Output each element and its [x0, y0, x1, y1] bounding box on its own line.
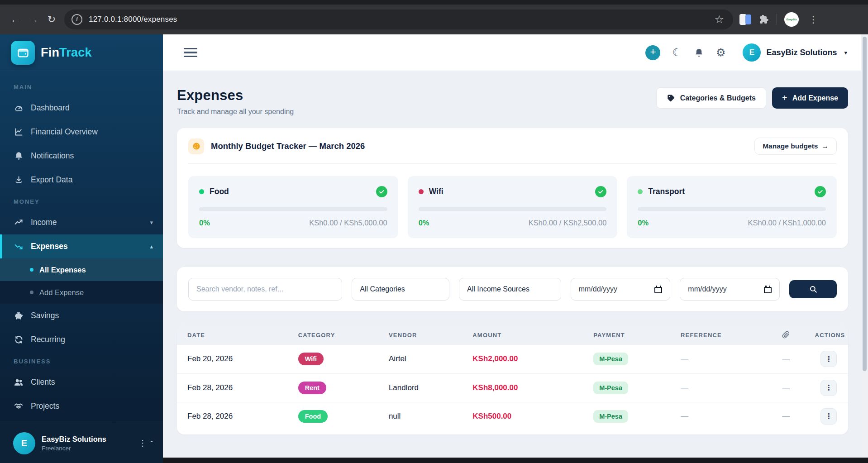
window-bottom-edge	[163, 458, 868, 463]
sidebar-item-label: Financial Overview	[31, 127, 98, 137]
categories-budgets-button[interactable]: Categories & Budgets	[656, 87, 766, 109]
budget-amounts: KSh0.00 / KSh2,500.00	[529, 219, 606, 227]
sidebar-item-projects[interactable]: Projects	[0, 394, 163, 418]
expense-row[interactable]: Feb 20, 2026 Wifi Airtel KSh2,000.00 M-P…	[177, 345, 848, 373]
sidebar-item-clients[interactable]: Clients	[0, 370, 163, 394]
sidebar-item-export-data[interactable]: Export Data	[0, 168, 163, 192]
side-panel-icon[interactable]	[739, 14, 751, 25]
expense-row[interactable]: Feb 28, 2026 Rent Landlord KSh8,000.00 M…	[177, 373, 848, 402]
sidebar-item-financial-overview[interactable]: Financial Overview	[0, 120, 163, 144]
sidebar: FinTrack MAIN Dashboard Financial Overvi…	[0, 34, 163, 463]
chart-line-icon	[14, 127, 24, 137]
account-menu[interactable]: E EasyBiz Solutions ▾	[743, 43, 847, 62]
search-button[interactable]	[789, 280, 837, 298]
cell-date: Feb 20, 2026	[177, 345, 288, 373]
sidebar-item-savings[interactable]: Savings	[0, 304, 163, 328]
cell-attachment: —	[782, 354, 790, 363]
hamburger-menu-icon[interactable]	[184, 46, 197, 60]
browser-chrome: ← → ↻ i 127.0.0.1:8000/expenses ☆ EasyBi…	[0, 0, 868, 34]
expense-row[interactable]: Feb 28, 2026 Food null KSh500.00 M-Pesa …	[177, 402, 848, 430]
screen: ← → ↻ i 127.0.0.1:8000/expenses ☆ EasyBi…	[0, 0, 868, 463]
topbar-actions: + ☾ ⚙ E EasyBiz Solutions ▾	[645, 43, 847, 62]
avatar: E	[13, 432, 35, 454]
sidebar-item-label: Savings	[31, 311, 59, 320]
address-bar[interactable]: i 127.0.0.1:8000/expenses ☆	[64, 10, 733, 29]
budget-amounts: KSh0.00 / KSh1,000.00	[748, 219, 826, 227]
paperclip-icon	[782, 331, 790, 339]
app-window: FinTrack MAIN Dashboard Financial Overvi…	[0, 34, 868, 463]
header-reference: REFERENCE	[670, 325, 768, 345]
section-label-business: BUSINESS	[0, 352, 163, 370]
row-actions-button[interactable]: ⋮	[820, 351, 837, 367]
chevron-up-icon: ▴	[150, 243, 153, 250]
sidebar-item-label: Clients	[31, 377, 55, 387]
cell-amount: KSh8,000.00	[472, 383, 518, 392]
page-subtitle: Track and manage all your spending	[177, 108, 294, 116]
sidebar-subitem-add-expense[interactable]: Add Expense	[0, 281, 163, 304]
settings-gear-icon[interactable]: ⚙	[716, 46, 726, 59]
sidebar-item-dashboard[interactable]: Dashboard	[0, 96, 163, 120]
bookmark-star-icon[interactable]: ☆	[714, 13, 724, 26]
bullet-icon	[30, 268, 33, 272]
income-source-select[interactable]: All Income Sources	[459, 278, 561, 301]
browser-actions: EasyBiz ⋮	[739, 12, 820, 27]
dark-mode-icon[interactable]: ☾	[672, 46, 682, 59]
budget-percent: 0%	[419, 219, 429, 227]
quick-add-button[interactable]: +	[645, 45, 660, 60]
filters-card: All Categories All Income Sources mm/dd/…	[177, 267, 848, 311]
budget-amounts: KSh0.00 / KSh5,000.00	[309, 219, 387, 227]
url-text[interactable]: 127.0.0.1:8000/expenses	[89, 15, 714, 24]
header-category: CATEGORY	[288, 325, 378, 345]
user-menu-icon[interactable]: ⋮	[137, 436, 148, 450]
cell-reference: —	[681, 383, 688, 392]
extensions-icon[interactable]	[758, 14, 769, 25]
browser-menu-icon[interactable]: ⋮	[806, 14, 820, 25]
payment-badge: M-Pesa	[593, 353, 628, 365]
cell-vendor: Landlord	[378, 373, 462, 402]
sidebar-subitem-all-expenses[interactable]: All Expenses	[0, 258, 163, 281]
site-info-icon[interactable]: i	[72, 14, 82, 25]
date-to-input[interactable]: mm/dd/yyyy	[680, 278, 780, 301]
tag-icon	[667, 94, 675, 102]
cell-vendor: Airtel	[378, 345, 462, 373]
check-circle-icon	[376, 186, 387, 197]
browser-profile-avatar[interactable]: EasyBiz	[784, 12, 799, 27]
sidebar-user-footer[interactable]: E EasyBiz Solutions Freelancer ⋮ ⌃	[0, 423, 163, 463]
manage-budgets-button[interactable]: Manage budgets →	[754, 138, 837, 155]
date-from-input[interactable]: mm/dd/yyyy	[571, 278, 671, 301]
browser-back-icon[interactable]: ←	[6, 10, 24, 29]
sidebar-item-income[interactable]: Income ▾	[0, 210, 163, 234]
brand[interactable]: FinTrack	[0, 34, 163, 71]
row-actions-button[interactable]: ⋮	[820, 380, 837, 396]
cell-date: Feb 28, 2026	[177, 373, 288, 402]
category-select[interactable]: All Categories	[352, 278, 449, 301]
notifications-bell-icon[interactable]	[694, 48, 704, 58]
search-input[interactable]	[196, 285, 334, 293]
header-actions: Categories & Budgets + Add Expense	[656, 87, 848, 109]
calendar-icon[interactable]	[654, 286, 662, 293]
coin-icon	[188, 138, 204, 154]
sidebar-subitem-label: All Expenses	[39, 266, 86, 274]
avatar: E	[743, 43, 761, 62]
sidebar-item-expenses[interactable]: Expenses ▴	[0, 234, 163, 258]
cell-amount: KSh2,000.00	[472, 354, 518, 363]
user-name: EasyBiz Solutions	[42, 435, 137, 444]
row-actions-button[interactable]: ⋮	[820, 408, 837, 425]
header-date: DATE	[177, 325, 288, 345]
category-pill: Rent	[298, 382, 326, 394]
sidebar-item-notifications[interactable]: Notifications	[0, 144, 163, 168]
bullet-icon	[30, 291, 33, 294]
budget-card-transport: Transport 0% KSh0.00 / KSh1,000.00	[627, 176, 837, 238]
budget-tracker-header: Monthly Budget Tracker — March 2026 Mana…	[188, 138, 837, 164]
browser-forward-icon[interactable]: →	[24, 10, 43, 29]
collapse-chevron-icon[interactable]: ⌃	[148, 438, 155, 448]
table-header-row: DATE CATEGORY VENDOR AMOUNT PAYMENT REFE…	[177, 325, 848, 345]
calendar-icon[interactable]	[764, 286, 772, 293]
browser-reload-icon[interactable]: ↻	[43, 10, 61, 29]
cell-date: Feb 28, 2026	[177, 402, 288, 430]
sidebar-item-recurring[interactable]: Recurring	[0, 328, 163, 352]
page-scrollbar[interactable]	[861, 34, 868, 463]
scrollbar-thumb[interactable]	[863, 37, 867, 371]
add-expense-button[interactable]: + Add Expense	[772, 87, 848, 109]
search-field	[188, 278, 342, 301]
